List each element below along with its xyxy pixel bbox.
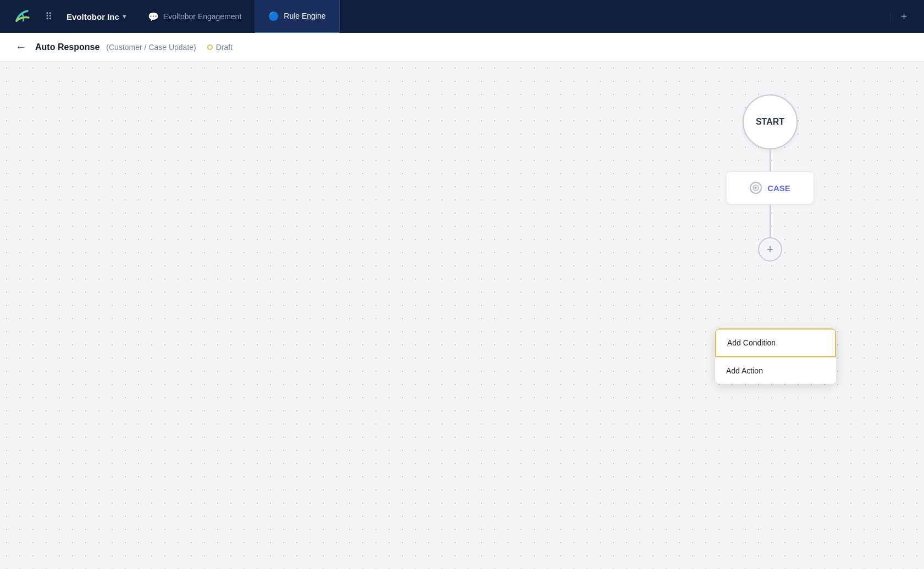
page-title: Auto Response [35, 42, 99, 52]
tab-engagement[interactable]: 💬 Evoltobor Engagement [135, 0, 255, 33]
add-condition-label: Add Condition [727, 338, 776, 347]
case-node-icon [750, 182, 762, 194]
case-node[interactable]: CASE [726, 171, 814, 204]
engagement-tab-label: Evoltobor Engagement [163, 12, 241, 21]
rule-engine-tab-icon: 🔵 [268, 11, 279, 21]
status-text: Draft [216, 43, 233, 52]
connector-start-to-case [770, 149, 771, 171]
top-navigation: ⠿ Evoltobor Inc ▾ 💬 Evoltobor Engagement… [0, 0, 924, 33]
canvas-area: START CASE + Add Condition [0, 62, 924, 569]
add-tab-icon: + [901, 10, 908, 23]
status-badge: Draft [207, 43, 233, 52]
nav-tabs: 💬 Evoltobor Engagement 🔵 Rule Engine [135, 0, 890, 33]
add-action-label: Add Action [726, 366, 763, 375]
case-label: CASE [767, 183, 790, 193]
add-tab-button[interactable]: + [890, 10, 917, 23]
engagement-tab-icon: 💬 [148, 12, 159, 22]
sub-header: ← Auto Response (Customer / Case Update)… [0, 33, 924, 62]
grid-icon[interactable]: ⠿ [40, 10, 58, 23]
back-button[interactable]: ← [13, 38, 29, 55]
logo-area [7, 7, 40, 26]
tab-rule-engine[interactable]: 🔵 Rule Engine [255, 0, 339, 33]
status-dot [207, 44, 213, 50]
start-node[interactable]: START [743, 94, 798, 149]
add-action-item[interactable]: Add Action [715, 357, 836, 384]
page-subtitle: (Customer / Case Update) [106, 43, 196, 52]
brand-logo [13, 7, 33, 26]
company-chevron: ▾ [123, 13, 126, 20]
add-condition-item[interactable]: Add Condition [715, 328, 836, 357]
start-label: START [756, 117, 784, 127]
connector-case-to-add [770, 204, 771, 237]
add-step-icon: + [767, 242, 774, 256]
company-name: Evoltobor Inc [67, 12, 119, 21]
add-step-button[interactable]: + [758, 237, 782, 261]
company-selector[interactable]: Evoltobor Inc ▾ [58, 12, 135, 21]
rule-engine-tab-label: Rule Engine [284, 12, 325, 20]
add-step-dropdown: Add Condition Add Action [715, 328, 836, 384]
flow-diagram: START CASE + [726, 94, 814, 261]
